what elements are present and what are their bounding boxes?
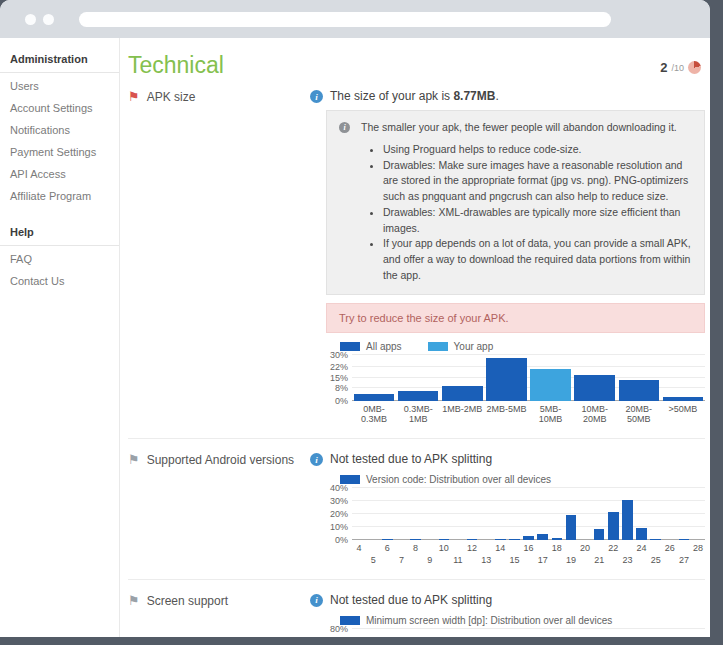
section-apk-size-label-col: ⚑ APK size bbox=[128, 89, 310, 104]
x-tick-label: 5 bbox=[366, 543, 380, 566]
screen-support-chart: Minimum screen width [dp]: Distribution … bbox=[326, 615, 705, 637]
x-tick-label: 19 bbox=[564, 543, 578, 566]
chart-plot-area: 4567891011121314151617181920212223242526… bbox=[352, 488, 705, 566]
info-icon: i bbox=[310, 90, 323, 103]
chart-bar bbox=[398, 391, 439, 400]
chart-bar bbox=[509, 539, 519, 540]
window-dot-icon bbox=[25, 14, 36, 25]
x-tick-label: 20 bbox=[578, 543, 592, 566]
chart-y-axis: 0%20%40%60%80% bbox=[326, 629, 352, 637]
page-title: Technical bbox=[128, 52, 224, 79]
chart-body: 0%20%40%60%80%<300300- 350350- 400400- 4… bbox=[326, 629, 705, 637]
x-tick-label: 17 bbox=[536, 543, 550, 566]
chart-bar-slot bbox=[606, 488, 620, 540]
screen-support-info-line: i Not tested due to APK splitting bbox=[310, 593, 705, 607]
chart-bar bbox=[619, 380, 660, 401]
y-tick-label: 80% bbox=[330, 624, 348, 634]
section-apk-size: ⚑ APK size i The size of your apk is 8.7… bbox=[128, 89, 705, 425]
screen-support-info-text: Not tested due to APK splitting bbox=[330, 593, 492, 607]
chart-y-axis: 0%10%20%30%40% bbox=[326, 488, 352, 540]
tip-bullet: Drawables: Make sure images have a reaso… bbox=[383, 158, 693, 205]
sidebar-item-contact-us[interactable]: Contact Us bbox=[0, 270, 119, 292]
chart-bar-slot bbox=[617, 355, 661, 401]
chart-bar-slot bbox=[573, 355, 617, 401]
section-android-versions-label-col: ⚑ Supported Android versions bbox=[128, 452, 310, 467]
chart-bar bbox=[574, 375, 615, 400]
y-tick-label: 20% bbox=[330, 509, 348, 519]
sidebar-item-users[interactable]: Users bbox=[0, 75, 119, 97]
chart-bar-slot bbox=[661, 355, 705, 401]
x-tick-label: 20MB-50MB bbox=[617, 404, 661, 426]
sidebar-item-account-settings[interactable]: Account Settings bbox=[0, 97, 119, 119]
sidebar-item-notifications[interactable]: Notifications bbox=[0, 119, 119, 141]
chart-legend-item: Version code: Distribution over all devi… bbox=[340, 474, 551, 485]
chart-bar-slot bbox=[409, 488, 423, 540]
chart-bar-slot bbox=[451, 488, 465, 540]
x-tick-label: 12 bbox=[465, 543, 479, 566]
chart-bar-slot bbox=[479, 488, 493, 540]
chart-bar bbox=[650, 539, 660, 540]
section-label: APK size bbox=[147, 90, 196, 104]
x-tick-label: 11 bbox=[451, 543, 465, 566]
chart-bar-slot bbox=[396, 355, 440, 401]
chart-bar-slot bbox=[366, 488, 380, 540]
chart-bar-slot bbox=[499, 629, 528, 637]
x-tick-label: 9 bbox=[423, 543, 437, 566]
x-tick-label: 15 bbox=[507, 543, 521, 566]
x-tick-label: 8 bbox=[409, 543, 423, 566]
chart-bar-slot bbox=[484, 355, 528, 401]
chart-legend: All appsYour app bbox=[340, 341, 705, 352]
chart-legend-item: Minimum screen width [dp]: Distribution … bbox=[340, 615, 612, 626]
chart-bar-slot bbox=[411, 629, 440, 637]
chart-bar-slot bbox=[352, 488, 366, 540]
x-tick-label: 6 bbox=[380, 543, 394, 566]
chart-legend-item: Your app bbox=[428, 341, 494, 352]
chart-bar-slot bbox=[677, 488, 691, 540]
x-tick-label: 1MB-2MB bbox=[440, 404, 484, 426]
y-tick-label: 30% bbox=[330, 350, 348, 360]
sidebar-item-api-access[interactable]: API Access bbox=[0, 163, 119, 185]
x-tick-label: 0MB-0.3MB bbox=[352, 404, 396, 426]
chart-bar-slot bbox=[536, 488, 550, 540]
chart-bars bbox=[352, 629, 705, 637]
chart-bar bbox=[552, 538, 562, 540]
section-screen-support-content: i Not tested due to APK splitting Minimu… bbox=[310, 593, 705, 637]
sidebar-item-payment-settings[interactable]: Payment Settings bbox=[0, 141, 119, 163]
y-tick-label: 22% bbox=[330, 362, 348, 372]
y-tick-label: 15% bbox=[330, 373, 348, 383]
section-divider bbox=[128, 579, 705, 580]
x-tick-label: 18 bbox=[550, 543, 564, 566]
section-label: Screen support bbox=[147, 594, 228, 608]
android-versions-info-text: Not tested due to APK splitting bbox=[330, 452, 492, 466]
x-tick-label: 27 bbox=[677, 543, 691, 566]
sidebar-header-help: Help bbox=[0, 219, 119, 246]
legend-label: All apps bbox=[366, 341, 402, 352]
x-tick-label: 24 bbox=[635, 543, 649, 566]
chart-legend: Version code: Distribution over all devi… bbox=[340, 474, 705, 485]
chart-bar bbox=[636, 528, 646, 540]
sidebar-admin-list: UsersAccount SettingsNotificationsPaymen… bbox=[0, 73, 119, 207]
app-body: Administration UsersAccount SettingsNoti… bbox=[0, 38, 710, 637]
legend-label: Your app bbox=[454, 341, 494, 352]
chart-bar bbox=[537, 534, 547, 540]
x-tick-label: 13 bbox=[479, 543, 493, 566]
chart-body: 0%8%15%22%30%0MB-0.3MB0.3MB-1MB1MB-2MB2M… bbox=[326, 355, 705, 426]
chart-legend-item: All apps bbox=[340, 341, 402, 352]
chart-bar-slot bbox=[352, 355, 396, 401]
chart-x-axis: 4567891011121314151617181920212223242526… bbox=[352, 543, 705, 566]
x-tick-label: 2MB-5MB bbox=[484, 404, 528, 426]
x-tick-label: 4 bbox=[352, 543, 366, 566]
chart-bar-slot bbox=[587, 629, 616, 637]
chart-bar bbox=[467, 539, 477, 540]
x-tick-label: 7 bbox=[394, 543, 408, 566]
x-tick-label: >50MB bbox=[661, 404, 705, 426]
info-icon: i bbox=[310, 594, 323, 607]
browser-titlebar bbox=[0, 0, 710, 38]
android-versions-chart: Version code: Distribution over all devi… bbox=[326, 474, 705, 566]
sidebar-item-faq[interactable]: FAQ bbox=[0, 248, 119, 270]
apk-size-chart: All appsYour app0%8%15%22%30%0MB-0.3MB0.… bbox=[326, 341, 705, 426]
x-tick-label: 22 bbox=[606, 543, 620, 566]
chart-bar-slot bbox=[578, 488, 592, 540]
sidebar-item-affiliate-program[interactable]: Affiliate Program bbox=[0, 185, 119, 207]
chart-bar-slot bbox=[507, 488, 521, 540]
